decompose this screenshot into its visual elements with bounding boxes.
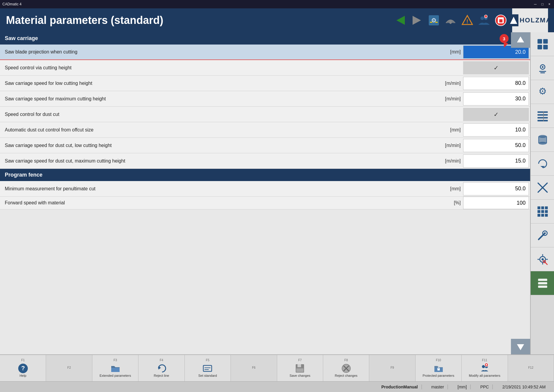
help-icon: ? [18, 363, 28, 374]
rp-columns[interactable] [531, 104, 554, 128]
status-datetime: 2/19/2021 10:49:52 AM [499, 385, 549, 389]
svg-rect-27 [538, 111, 548, 113]
right-panel: ⚙ [530, 32, 554, 354]
fkey-f4-reject-line[interactable]: F4 Reject line [138, 355, 184, 381]
section-header-program-fence: Program fence [0, 169, 530, 181]
row-speed-control-dust-cut[interactable]: Speed control for dust cut ✓ [0, 107, 530, 122]
minimize-button[interactable]: ─ [533, 2, 538, 6]
svg-rect-61 [538, 282, 547, 284]
value-speed-max-cutting[interactable]: 30.0 [463, 92, 529, 105]
svg-rect-41 [541, 206, 544, 209]
svg-point-6 [450, 22, 451, 24]
svg-rect-40 [538, 206, 541, 209]
rp-stack-active[interactable] [531, 271, 554, 295]
fkey-f7-save[interactable]: F7 Save changes [277, 355, 323, 381]
svg-marker-16 [517, 36, 524, 42]
value-auto-dust-cut[interactable]: 10.0 [463, 123, 529, 137]
checkbox-speed-control-dust-cut[interactable]: ✓ [463, 108, 529, 121]
rp-gear-detail[interactable] [531, 56, 554, 80]
svg-text:⏹: ⏹ [498, 18, 503, 23]
header-toolbar: ⚙ ! [394, 14, 507, 27]
row-auto-dust-cut[interactable]: Automatic dust cut control from offcut s… [0, 122, 530, 138]
svg-rect-71 [297, 364, 301, 367]
fkey-f1-help[interactable]: F1 ? Help [0, 355, 46, 381]
settings-button[interactable]: ⚙ [427, 14, 440, 27]
rp-cog-wrench[interactable] [531, 247, 554, 271]
maximize-button[interactable]: □ [540, 2, 545, 6]
fkey-f5-set-standard[interactable]: F5 Set standard [185, 355, 231, 381]
label-speed-dust-max: Saw carriage speed for dust cut, maximum… [0, 156, 439, 166]
svg-rect-24 [539, 71, 546, 72]
row-forward-speed[interactable]: Forward speed with material [%] 100 [0, 197, 530, 209]
back-button[interactable] [394, 14, 407, 27]
svg-point-51 [544, 232, 546, 234]
svg-rect-48 [545, 214, 548, 217]
rp-grid2[interactable] [531, 200, 554, 223]
value-speed-dust-max[interactable]: 15.0 [463, 154, 529, 168]
rp-cylinder[interactable] [531, 128, 554, 152]
warning-button[interactable]: ! [461, 14, 474, 27]
checkbox-speed-control-cutting-height[interactable]: ✓ [463, 61, 529, 74]
svg-rect-65 [111, 368, 120, 372]
badge-container: 3 [500, 34, 509, 43]
svg-marker-17 [517, 344, 524, 350]
svg-marker-1 [413, 16, 421, 25]
rp-x-cross[interactable] [531, 176, 554, 200]
value-speed-low-cutting[interactable]: 80.0 [463, 77, 529, 90]
unit-speed-low-cutting: [m/min] [439, 81, 463, 86]
rp-main-menu[interactable] [531, 32, 554, 56]
window-controls[interactable]: ─ □ × [533, 2, 552, 6]
fkey-f8-reject[interactable]: F8 Reject changes [323, 355, 369, 381]
svg-text:?: ? [21, 365, 25, 371]
label-forward-speed: Forward speed with material [0, 198, 439, 208]
stop-button[interactable]: ⏹ [494, 14, 507, 27]
row-min-penultimate-cut[interactable]: Minimum measurement for penultimate cut … [0, 181, 530, 197]
value-speed-dust-low[interactable]: 50.0 [463, 139, 529, 152]
rp-gear-settings[interactable]: ⚙ [531, 80, 554, 104]
svg-rect-43 [538, 210, 541, 213]
svg-rect-20 [538, 45, 542, 49]
save-icon [294, 363, 305, 374]
fkey-f12-empty: F12 [508, 355, 554, 381]
svg-point-23 [542, 66, 544, 68]
label-speed-low-cutting: Saw carriage speed for low cutting heigh… [0, 78, 439, 88]
row-saw-blade-projection[interactable]: Saw blade projection when cutting [mm] 2… [0, 45, 530, 60]
label-speed-max-cutting: Saw carriage speed for maximum cutting h… [0, 94, 439, 104]
scroll-up-button[interactable] [511, 32, 530, 48]
svg-rect-4 [430, 22, 432, 23]
fkey-f10-protected[interactable]: F10 Protected parameters [416, 355, 462, 381]
section-title-saw-carriage: Saw carriage [5, 35, 38, 42]
unit-saw-blade-projection: [mm] [439, 49, 463, 55]
users-button[interactable]: ! [477, 14, 491, 27]
folder-icon [110, 363, 121, 374]
rp-tool-set[interactable] [531, 223, 554, 247]
label-min-penultimate-cut: Minimum measurement for penultimate cut [0, 184, 439, 194]
rp-rotate[interactable] [531, 152, 554, 176]
svg-rect-28 [538, 114, 548, 116]
fkey-f9-empty: F9 [369, 355, 415, 381]
fkey-f11-modify[interactable]: F11 Modify all parameters [462, 355, 508, 381]
fkey-f3-extended[interactable]: F3 Extended parameters [92, 355, 138, 381]
forward-button[interactable] [410, 14, 424, 27]
row-speed-control-cutting-height[interactable]: Speed control via cutting height ✓ [0, 60, 530, 76]
scroll-down-button[interactable] [511, 339, 530, 354]
value-min-penultimate-cut[interactable]: 50.0 [463, 182, 529, 195]
row-speed-dust-max[interactable]: Saw carriage speed for dust cut, maximum… [0, 153, 530, 169]
unit-speed-max-cutting: [m/min] [439, 96, 463, 102]
row-speed-low-cutting[interactable]: Saw carriage speed for low cutting heigh… [0, 76, 530, 91]
svg-point-53 [541, 258, 544, 261]
checkmark-speed-control: ✓ [494, 64, 499, 71]
row-speed-max-cutting[interactable]: Saw carriage speed for maximum cutting h… [0, 91, 530, 107]
red-badge: 3 [500, 34, 509, 43]
unit-speed-dust-low: [m/min] [439, 143, 463, 148]
svg-text:!: ! [466, 19, 468, 24]
undo-icon [156, 363, 167, 374]
svg-rect-25 [540, 72, 545, 73]
label-speed-control-dust-cut: Speed control for dust cut [0, 109, 439, 120]
row-speed-dust-low[interactable]: Saw carriage speed for dust cut, low cut… [0, 138, 530, 153]
label-speed-dust-low: Saw carriage speed for dust cut, low cut… [0, 140, 439, 151]
value-forward-speed[interactable]: 100 [463, 197, 529, 209]
modify-icon [479, 363, 490, 374]
signal-button[interactable] [444, 14, 457, 27]
close-button[interactable]: × [547, 2, 552, 6]
